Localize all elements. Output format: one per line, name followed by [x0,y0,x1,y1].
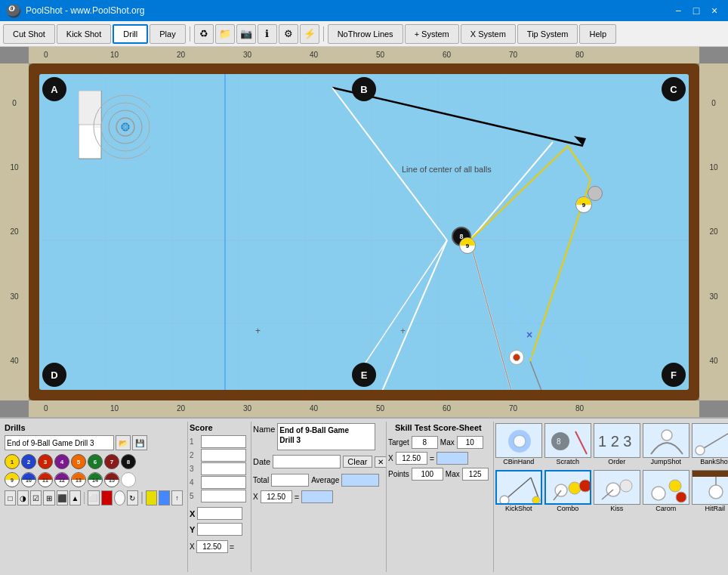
close-button[interactable]: × [707,3,722,18]
color-blue[interactable] [159,490,170,505]
score-input-1[interactable] [201,435,246,448]
save-drill-button[interactable]: 💾 [132,435,147,450]
skill-title: Skill Test Score-Sheet [388,423,489,432]
kickshot-button[interactable]: Kick Shot [57,24,111,44]
thumb-combo[interactable]: Combo [544,470,591,512]
toolbar: Cut Shot Kick Shot Drill Play ♻ 📁 📷 ℹ ⚙ … [0,21,728,47]
svg-text:50: 50 [376,51,385,59]
play-button[interactable]: Play [150,24,185,44]
tool-btn-3[interactable]: ☑ [30,490,42,505]
open-drill-button[interactable]: 📂 [116,435,131,450]
avg-input[interactable] [341,474,379,487]
thumb-kickshot[interactable]: KickShot [495,470,542,512]
folder-button[interactable]: 📁 [215,24,235,44]
tool-btn-5[interactable]: ⬛ [57,490,68,505]
tool-extra[interactable]: ↑ [171,490,183,505]
svg-point-77 [652,487,665,500]
ball-5[interactable]: 5 [71,454,86,469]
tool-btn-6[interactable]: ▲ [69,490,81,505]
x-system-button[interactable]: X System [461,24,516,44]
title-bar: 🎱 PoolShot - www.PoolShot.org − □ × [0,0,728,21]
ball-4[interactable]: 4 [54,454,69,469]
app-icon: 🎱 [6,4,21,18]
ball-2[interactable]: 2 [21,454,36,469]
thumb-order-label: Order [608,458,625,465]
svg-point-65 [696,446,705,455]
pocket-e: E [352,363,376,387]
skill-target-label: Target [388,438,409,447]
color-yellow[interactable] [146,490,157,505]
thumb-kiss[interactable]: Kiss [594,470,640,512]
skill-pts-max-input[interactable] [462,468,489,481]
ball-3[interactable]: 3 [38,454,53,469]
score-x-input[interactable] [197,507,242,520]
ball-1[interactable]: 1 [5,454,20,469]
skill-max-input[interactable] [457,436,483,449]
clear-button[interactable]: Clear [343,456,372,468]
drill-name-field[interactable] [5,435,114,450]
tool-btn-2[interactable]: ◑ [17,490,29,505]
ball-14[interactable]: 14 [88,472,103,487]
ball-6[interactable]: 6 [88,454,103,469]
ball-9[interactable]: 9 [5,472,20,487]
score-input-2[interactable] [201,449,246,462]
tool-btn-4[interactable]: ⊞ [43,490,54,505]
tool-cycle[interactable]: ↻ [127,490,138,505]
thumb-kickshot-label: KickShot [505,505,532,512]
color-white-ball[interactable] [114,490,125,505]
skill-result-input[interactable] [436,452,468,465]
thumb-bankshot[interactable]: BankShot [692,423,728,465]
result-input[interactable] [301,490,333,503]
ball-11[interactable]: 11 [38,472,53,487]
date-input[interactable] [273,455,341,468]
refresh-button[interactable]: ♻ [194,24,214,44]
ball-15[interactable]: 15 [104,472,119,487]
drill-button[interactable]: Drill [113,24,148,44]
pocket-a: A [42,77,66,101]
ball-10[interactable]: 10 [21,472,36,487]
ball-obj-mid [509,350,524,365]
ball-13[interactable]: 13 [71,472,86,487]
minimize-button[interactable]: − [671,3,686,18]
clear-icon-button[interactable]: ✕ [375,456,387,468]
table-felt[interactable]: + + × A B C D E F 8 9 9 [39,74,689,390]
ball-gray [588,186,603,201]
line-of-center-label: Line of center of all balls [402,165,492,174]
skill-x-input[interactable] [396,452,427,465]
thumb-order[interactable]: 1 2 3 Order [594,423,640,465]
thumb-cbinhand[interactable]: CBinHand [495,423,542,465]
score-y-input[interactable] [197,523,242,536]
svg-line-66 [504,478,531,500]
score-x2-input[interactable] [196,540,228,553]
skill-target-input[interactable] [412,436,438,449]
svg-text:40: 40 [310,404,319,413]
thumb-scratch[interactable]: 8 Scratch [544,423,591,465]
score-input-4[interactable] [201,476,246,489]
ball-cue[interactable] [121,472,136,487]
tip-system-button[interactable]: Tip System [517,24,578,44]
info-button[interactable]: ℹ [258,24,277,44]
skill-pts-input[interactable] [412,468,443,481]
score-input-5[interactable] [201,490,246,502]
score-input-3[interactable] [201,462,246,475]
camera-button[interactable]: 📷 [236,24,256,44]
color-red[interactable] [101,490,113,505]
thumb-jumpshot-label: JumpShot [650,458,681,465]
system-button[interactable]: ⚡ [300,24,319,44]
xval-input[interactable] [261,490,292,503]
total-input[interactable] [271,474,309,487]
nothrowlines-button[interactable]: NoThrow Lines [328,24,403,44]
ball-7[interactable]: 7 [104,454,119,469]
cutshot-button[interactable]: Cut Shot [3,24,55,44]
thumb-hitrail[interactable]: HitRail [692,470,728,512]
ball-8[interactable]: 8 [121,454,136,469]
tool-btn-1[interactable]: □ [5,490,16,505]
thumb-carom[interactable]: Carom [643,470,689,512]
color-btn-1[interactable]: ⬜ [88,490,99,505]
help-button[interactable]: Help [579,24,616,44]
thumb-jumpshot[interactable]: JumpShot [643,423,689,465]
plus-system-button[interactable]: + System [405,24,459,44]
ball-12[interactable]: 12 [54,472,69,487]
maximize-button[interactable]: □ [689,3,704,18]
settings-button[interactable]: ⚙ [279,24,298,44]
